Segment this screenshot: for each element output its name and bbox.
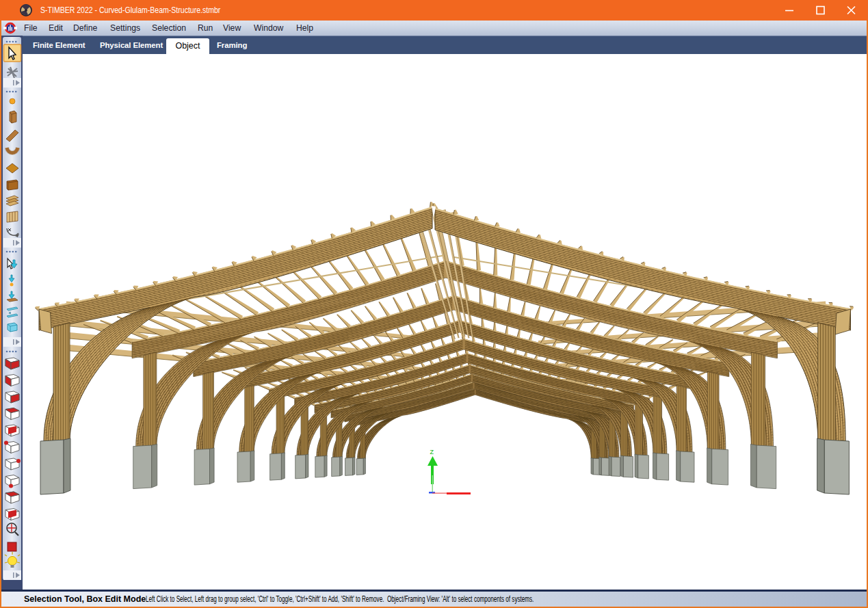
svg-text:z: z — [430, 448, 434, 456]
